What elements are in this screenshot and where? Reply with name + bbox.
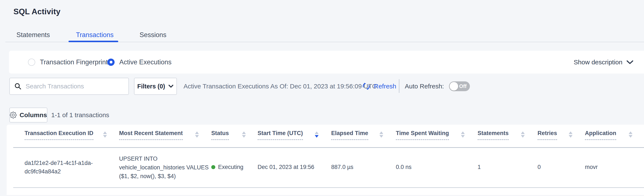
column-header-statements[interactable]: Statements [478,130,509,140]
status-label: Executing [218,164,244,171]
refresh-label: Refresh [374,83,396,90]
tab-sessions[interactable]: Sessions [140,31,166,39]
vertical-divider [399,79,400,93]
cell-statements: 1 [478,164,481,171]
radio-selected-icon[interactable] [107,59,114,66]
sort-icon[interactable] [380,131,383,138]
cell-time-spent-waiting: 0.0 ns [396,164,412,171]
chevron-down-icon [168,84,174,88]
column-header-start-time[interactable]: Start Time (UTC) [258,130,303,140]
cell-application: movr [585,164,598,171]
column-header-application[interactable]: Application [585,130,616,140]
cell-most-recent-statement: UPSERT INTO vehicle_location_histories V… [119,155,209,181]
column-header-elapsed-time[interactable]: Elapsed Time [331,130,368,140]
sort-icon[interactable] [521,131,525,138]
executing-status-dot [211,165,215,169]
cell-elapsed-time: 887.0 µs [331,164,353,171]
page-title: SQL Activity [14,7,60,16]
show-description-label: Show description [574,59,622,66]
radio-label: Active Executions [119,58,172,66]
sort-icon[interactable] [242,131,246,138]
radio-label: Transaction Fingerprints [40,58,111,66]
search-box[interactable] [10,78,129,95]
results-count: 1-1 of 1 transactions [51,108,109,123]
radio-transaction-fingerprints[interactable]: Transaction Fingerprints [28,51,111,73]
auto-refresh-label: Auto Refresh: [405,83,444,90]
columns-button-label: Columns [20,111,47,119]
as-of-timestamp: Active Transaction Executions As Of: Dec… [184,78,377,95]
column-header-status[interactable]: Status [211,130,229,140]
table-header-divider [13,147,644,148]
cell-transaction-execution-id: da1f21e2-de71-4c1f-a1da-dc9fc94a84a2 [24,159,101,176]
auto-refresh-control: Auto Refresh: Off [405,78,470,95]
column-header-most-recent-statement[interactable]: Most Recent Statement [119,130,183,140]
auto-refresh-toggle[interactable]: Off [449,81,470,91]
sort-icon[interactable] [629,131,632,138]
cell-retries: 0 [538,164,541,171]
sort-icon-active-desc[interactable] [315,131,318,138]
filters-button[interactable]: Filters (0) [134,78,177,95]
transactions-table: Transaction Execution ID Most Recent Sta… [6,125,644,195]
sort-icon[interactable] [569,131,572,138]
toggle-knob[interactable] [450,82,458,91]
columns-button[interactable]: Columns [10,108,47,123]
active-tab-indicator [68,41,118,42]
toggle-state-label: Off [459,83,467,89]
view-mode-panel: Transaction Fingerprints Active Executio… [9,51,644,73]
search-input[interactable] [26,83,124,90]
sort-icon[interactable] [195,131,199,138]
radio-unselected-icon[interactable] [28,59,35,66]
show-description-button[interactable]: Show description [574,51,634,73]
sort-icon[interactable] [461,131,465,138]
table-row-divider [13,187,644,188]
refresh-button[interactable]: Refresh [362,78,396,95]
filters-label: Filters (0) [137,83,165,90]
sort-icon[interactable] [103,131,107,138]
tab-transactions[interactable]: Transactions [76,31,114,39]
search-icon [14,82,22,90]
tab-statements[interactable]: Statements [16,31,50,39]
column-header-retries[interactable]: Retries [538,130,557,140]
column-header-transaction-execution-id[interactable]: Transaction Execution ID [24,130,94,140]
chevron-down-icon [626,60,634,65]
refresh-icon [362,82,371,91]
radio-active-executions[interactable]: Active Executions [107,51,172,73]
column-header-time-spent-waiting[interactable]: Time Spent Waiting [396,130,449,140]
cell-start-time: Dec 01, 2023 at 19:56 [258,164,314,171]
gear-icon [10,112,17,118]
cell-status: Executing [211,164,244,171]
